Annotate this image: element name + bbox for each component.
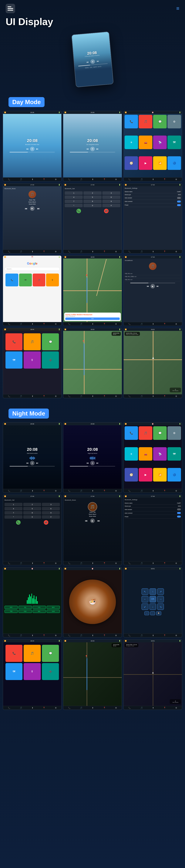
key-9[interactable]: 9 bbox=[102, 200, 120, 203]
app-settings[interactable]: ⚙ bbox=[167, 115, 181, 128]
n-bi-5-1[interactable]: 📞 bbox=[68, 562, 71, 564]
nav-right[interactable]: → bbox=[157, 596, 164, 602]
bi-9-3[interactable]: ⬆ bbox=[152, 323, 154, 325]
bi-7-2[interactable]: 🎵 bbox=[20, 323, 22, 325]
n-bi-1-4[interactable]: 📍 bbox=[43, 490, 45, 492]
next-btn-2[interactable]: ⏭ bbox=[96, 148, 99, 150]
n-bi-7-5[interactable]: ⚙ bbox=[55, 634, 57, 637]
nav-up-left[interactable]: ↖ bbox=[141, 588, 148, 595]
cp-msg-icon[interactable]: 💬 bbox=[42, 333, 59, 350]
bi-set[interactable]: ⚙ bbox=[55, 178, 57, 180]
bi-12-4[interactable]: 📍 bbox=[163, 395, 166, 397]
bi-12-5[interactable]: ⚙ bbox=[175, 395, 177, 397]
app-bt2[interactable]: 🔵 bbox=[167, 156, 181, 170]
n-cp-msg[interactable]: 💬 bbox=[42, 645, 59, 662]
n-app-play[interactable]: ▶ bbox=[139, 468, 152, 482]
bi-10-2[interactable]: 🎵 bbox=[20, 395, 22, 397]
bi-11-4[interactable]: 📍 bbox=[103, 395, 106, 397]
n-bi-6-5[interactable]: ⚙ bbox=[175, 562, 177, 564]
n-end-btn[interactable]: 📵 bbox=[44, 520, 48, 525]
key-1[interactable]: 1 bbox=[65, 191, 83, 195]
n-app-tg[interactable]: ✈ bbox=[125, 447, 138, 461]
cp-phone-icon[interactable]: 📞 bbox=[5, 333, 23, 350]
bi-music[interactable]: 🎵 bbox=[20, 178, 22, 180]
n-bi-10-4[interactable]: 📍 bbox=[43, 707, 45, 709]
nav-down-right[interactable]: ↘ bbox=[157, 603, 164, 610]
bi-6-4[interactable]: 📍 bbox=[163, 251, 166, 253]
n-bi-3-3[interactable]: ⬆ bbox=[152, 490, 154, 492]
key-star[interactable]: * bbox=[65, 204, 83, 207]
key-hash[interactable]: # bbox=[102, 204, 120, 207]
end-btn[interactable]: 📵 bbox=[104, 209, 109, 213]
n-app-set[interactable]: ⚙ bbox=[167, 426, 181, 440]
n-toggle-aa[interactable] bbox=[177, 508, 181, 510]
n-bi-7-1[interactable]: 📞 bbox=[8, 634, 10, 637]
lm-next[interactable]: ⏭ bbox=[157, 285, 159, 287]
lm-prev[interactable]: ⏮ bbox=[147, 285, 149, 287]
n-key-4[interactable]: 4 bbox=[4, 507, 23, 510]
n-key-2[interactable]: 2 bbox=[23, 503, 41, 506]
track-2[interactable]: 华夏_终结_完整版.mp3 bbox=[125, 275, 181, 278]
bi-8-1[interactable]: 📞 bbox=[68, 323, 71, 325]
app-phone[interactable]: 📞 bbox=[125, 115, 138, 128]
bi-9-2[interactable]: 🎵 bbox=[140, 323, 143, 325]
bi-3-1[interactable]: 📞 bbox=[128, 178, 131, 180]
n-bi-4-2[interactable]: 🎵 bbox=[20, 562, 22, 564]
n-bi-4-3[interactable]: ⬆ bbox=[32, 562, 33, 564]
n-bi-1-3[interactable]: ⬆ bbox=[32, 490, 33, 492]
key-6[interactable]: 6 bbox=[102, 195, 120, 199]
bi-phone[interactable]: 📞 bbox=[8, 178, 10, 180]
bi-3-2[interactable]: 🎵 bbox=[140, 178, 143, 180]
n-cp-music[interactable]: 🎵 bbox=[24, 645, 41, 662]
nmb-2[interactable]: EQ bbox=[19, 606, 32, 609]
n-bi-4-5[interactable]: ⚙ bbox=[55, 562, 57, 564]
nav-up[interactable]: ↑ bbox=[150, 588, 156, 595]
n-bi-12-4[interactable]: 📍 bbox=[163, 707, 166, 709]
n-key-3[interactable]: 3 bbox=[42, 503, 60, 506]
n-bi-5-4[interactable]: 📍 bbox=[103, 562, 106, 564]
bi-4-3[interactable]: ⬆ bbox=[32, 251, 33, 253]
nmb-5[interactable]: TRE bbox=[4, 610, 18, 613]
n-app-wifi[interactable]: 📶 bbox=[153, 468, 167, 482]
n-bi-1-5[interactable]: ⚙ bbox=[55, 490, 57, 492]
track-3[interactable]: 华夏_终结.mp3 bbox=[125, 278, 181, 281]
n-key-1[interactable]: 1 bbox=[4, 503, 23, 506]
n-bi-4-4[interactable]: 📍 bbox=[43, 562, 45, 564]
n-key-9[interactable]: 9 bbox=[42, 511, 60, 515]
n-play-1[interactable]: ⏸ bbox=[30, 461, 34, 465]
bi-6-1[interactable]: 📞 bbox=[128, 251, 131, 253]
key-8[interactable]: 8 bbox=[83, 200, 101, 203]
n-key-8[interactable]: 8 bbox=[23, 511, 41, 515]
n-bi-8-3[interactable]: ⬆ bbox=[92, 634, 94, 637]
bi-12-3[interactable]: ⬆ bbox=[152, 395, 154, 397]
bi-9-5[interactable]: ⚙ bbox=[175, 323, 177, 325]
n-bi-3-5[interactable]: ⚙ bbox=[175, 490, 177, 492]
nmb-1[interactable]: SRC bbox=[4, 606, 18, 609]
n-answer-btn[interactable]: 📞 bbox=[16, 520, 21, 525]
n-cp-more[interactable]: ➕ bbox=[42, 663, 59, 680]
bi-3-3[interactable]: ⬆ bbox=[152, 178, 154, 180]
nc-zoom-in[interactable]: ＋ bbox=[144, 612, 149, 615]
n-bi-5-2[interactable]: 🎵 bbox=[80, 562, 82, 564]
n-app-nav[interactable]: 🧭 bbox=[125, 468, 138, 482]
app-telegram[interactable]: ✈ bbox=[125, 135, 138, 149]
m-next[interactable]: ⏭ bbox=[37, 207, 40, 210]
n-app-music[interactable]: 🎵 bbox=[139, 426, 152, 440]
n-bi-10-3[interactable]: ⬆ bbox=[32, 707, 33, 709]
key-3[interactable]: 3 bbox=[102, 191, 120, 195]
bi-4-4[interactable]: 📍 bbox=[43, 251, 45, 253]
cp-music[interactable]: 🎵 bbox=[33, 274, 46, 286]
bi-11-3[interactable]: ⬆ bbox=[92, 395, 94, 397]
app-messages[interactable]: 💬 bbox=[153, 115, 167, 128]
nmb-7[interactable]: BAL bbox=[33, 610, 46, 613]
n-bi-9-1[interactable]: 📞 bbox=[128, 634, 131, 637]
google-search-bar[interactable]: Search... bbox=[4, 267, 60, 271]
n-toggle-pwr[interactable] bbox=[177, 516, 181, 518]
bi-up-2[interactable]: ⬆ bbox=[92, 178, 94, 180]
bi-11-5[interactable]: ⚙ bbox=[115, 395, 117, 397]
bi-12-2[interactable]: 🎵 bbox=[140, 395, 143, 397]
prev-btn-1[interactable]: ⏮ bbox=[26, 148, 28, 150]
bi-6-3[interactable]: ⬆ bbox=[152, 251, 154, 253]
go-btn[interactable]: GO bbox=[65, 317, 120, 320]
n-bi-6-2[interactable]: 🎵 bbox=[140, 562, 143, 564]
